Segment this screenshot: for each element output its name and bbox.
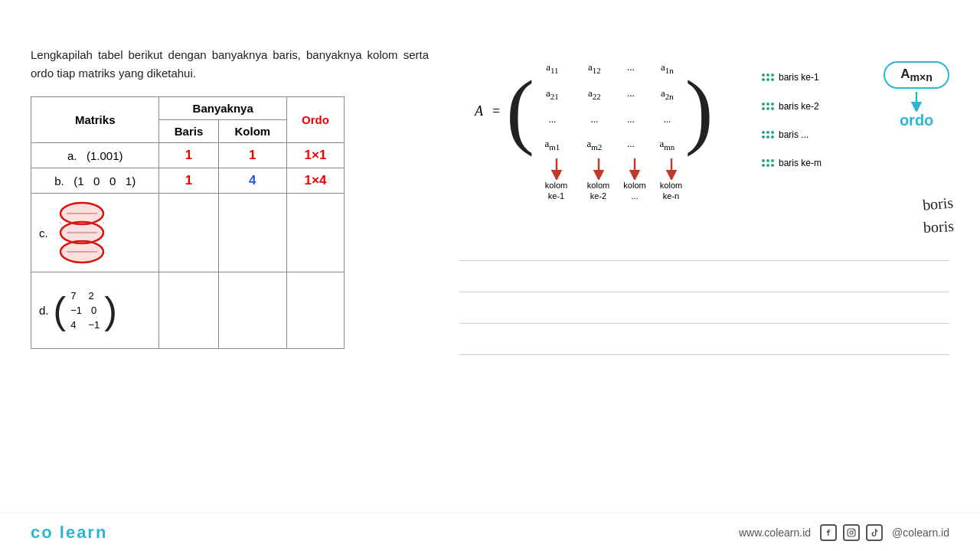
row-c-baris xyxy=(159,194,218,272)
boris-text-1: boris xyxy=(922,194,954,214)
row-d-kolom xyxy=(218,272,286,349)
dots-2 xyxy=(762,103,774,110)
col-1-arrow: kolomke-1 xyxy=(535,157,577,202)
matrix-d-row3: 4−1 xyxy=(70,319,100,331)
arrow-down-dots xyxy=(625,157,645,180)
row-c-label: c. xyxy=(39,227,48,240)
facebook-icon[interactable] xyxy=(820,524,837,541)
svg-point-18 xyxy=(853,530,854,530)
bracket-left: ( xyxy=(54,292,67,330)
svg-point-17 xyxy=(850,530,853,533)
dots-3 xyxy=(762,131,774,139)
social-icons xyxy=(820,524,883,541)
footer-brand: co learn xyxy=(31,523,107,543)
col-n-arrow: kolomke-n xyxy=(650,157,692,202)
ordo-annotation-label: ordo xyxy=(884,112,949,129)
row-a-ordo: 1×1 xyxy=(286,143,344,168)
row-c-matrix: c. xyxy=(31,194,159,272)
row-b-kolom: 4 xyxy=(218,168,286,194)
matrix-d-row1: 72 xyxy=(70,290,100,302)
cell-21: a21 xyxy=(531,87,573,110)
tiktok-icon[interactable] xyxy=(866,524,883,541)
footer: co learn www.colearn.id @colearn.id xyxy=(0,513,980,551)
matrix-a-label: A xyxy=(475,103,483,119)
h-line-2 xyxy=(459,292,949,292)
baris-2-item: baris ke-2 xyxy=(762,95,822,118)
matrix-grid: a11 a12 ... a1n a21 a22 ... a2n ... ... … xyxy=(531,61,688,161)
cell-32: ... xyxy=(573,113,616,135)
col-header-banyaknya: Banyaknya xyxy=(159,97,287,120)
cell-1dots: ... xyxy=(616,61,646,84)
horizontal-lines xyxy=(459,260,949,386)
matrix-a-display: A = ( a11 a12 ... a1n a21 a22 ... a2n ..… xyxy=(475,61,713,161)
baris-1-label: baris ke-1 xyxy=(779,72,819,83)
baris-labels: baris ke-1 baris ke-2 xyxy=(762,66,822,174)
baris-m-item: baris ke-m xyxy=(762,152,822,174)
matrix-d-values: 72 −10 4−1 xyxy=(70,290,100,331)
table-row: d. ( 72 −10 4−1 ) xyxy=(31,272,345,349)
row-d-ordo xyxy=(286,272,344,349)
col-dots-arrow: kolom... xyxy=(619,157,650,202)
col-2-label: kolomke-2 xyxy=(587,180,609,202)
table-row: b. (1 0 0 1) 1 4 1×4 xyxy=(31,168,345,194)
dots-m xyxy=(762,159,774,167)
boris-text-2: boris xyxy=(923,217,954,236)
arrow-down-2 xyxy=(589,157,609,180)
column-arrows: kolomke-1 kolomke-2 kolom... kolomke-n xyxy=(535,157,692,202)
col-1-label: kolomke-1 xyxy=(545,180,567,202)
h-line-3 xyxy=(459,323,949,324)
col-n-label: kolomke-n xyxy=(660,180,682,202)
amxn-annotation: Am×n ordo xyxy=(884,61,949,129)
col-header-baris: Baris xyxy=(159,120,218,143)
baris-1-item: baris ke-1 xyxy=(762,66,822,89)
col-header-matriks: Matriks xyxy=(31,97,159,143)
h-line-4 xyxy=(459,354,949,355)
amxn-box: Am×n xyxy=(884,61,949,89)
cell-3n: ... xyxy=(646,113,688,135)
row-a-baris: 1 xyxy=(159,143,218,168)
col-header-kolom: Kolom xyxy=(218,120,286,143)
matrix-d-row2: −10 xyxy=(70,305,100,316)
arrow-down-1 xyxy=(547,157,567,180)
dots-1 xyxy=(762,73,774,81)
instagram-icon[interactable] xyxy=(843,524,860,541)
big-bracket-left: ( xyxy=(506,78,534,144)
arrow-down-n xyxy=(662,157,681,180)
h-line-1 xyxy=(459,260,949,261)
cell-2n: a2n xyxy=(646,87,688,110)
cell-22: a22 xyxy=(573,87,616,110)
cell-11: a11 xyxy=(531,61,573,84)
row-d-matrix: d. ( 72 −10 4−1 ) xyxy=(31,272,159,349)
bracket-right: ) xyxy=(104,292,117,330)
row-c-kolom xyxy=(218,194,286,272)
baris-dots-label: baris ... xyxy=(779,129,808,140)
amxn-arrow-down xyxy=(905,90,928,112)
svg-rect-16 xyxy=(848,529,855,536)
baris-2-label: baris ke-2 xyxy=(779,101,819,112)
footer-url: www.colearn.id xyxy=(739,527,811,539)
col-2-arrow: kolomke-2 xyxy=(577,157,619,202)
right-panel: A = ( a11 a12 ... a1n a21 a22 ... a2n ..… xyxy=(459,46,965,509)
social-handle: @colearn.id xyxy=(892,527,949,539)
equals-sign: = xyxy=(492,103,500,119)
cell-1n: a1n xyxy=(646,61,688,84)
row-a-matrix: a. (1.001) xyxy=(31,143,159,168)
table-row: a. (1.001) 1 1 1×1 xyxy=(31,143,345,168)
row-b-ordo: 1×4 xyxy=(286,168,344,194)
row-d-baris xyxy=(159,272,218,349)
cell-2dots: ... xyxy=(616,87,646,110)
row-b-baris: 1 xyxy=(159,168,218,194)
cell-31: ... xyxy=(531,113,573,135)
instruction-text: Lengkapilah tabel berikut dengan banyakn… xyxy=(31,46,429,83)
row-a-label: a. (1.001) xyxy=(67,149,123,162)
row-b-label: b. (1 0 0 1) xyxy=(54,174,136,187)
row-b-matrix: b. (1 0 0 1) xyxy=(31,168,159,194)
row-d-label: d. xyxy=(39,304,49,317)
matrix-table: Matriks Banyaknya Ordo Baris Kolom a. (1… xyxy=(31,96,345,349)
big-bracket-right: ) xyxy=(685,78,714,144)
baris-3-item: baris ... xyxy=(762,124,822,145)
row-c-ordo xyxy=(286,194,344,272)
row-c-circles-annotation xyxy=(53,198,114,267)
cell-3dots: ... xyxy=(616,113,646,135)
footer-right: www.colearn.id @colearn.id xyxy=(739,524,949,541)
